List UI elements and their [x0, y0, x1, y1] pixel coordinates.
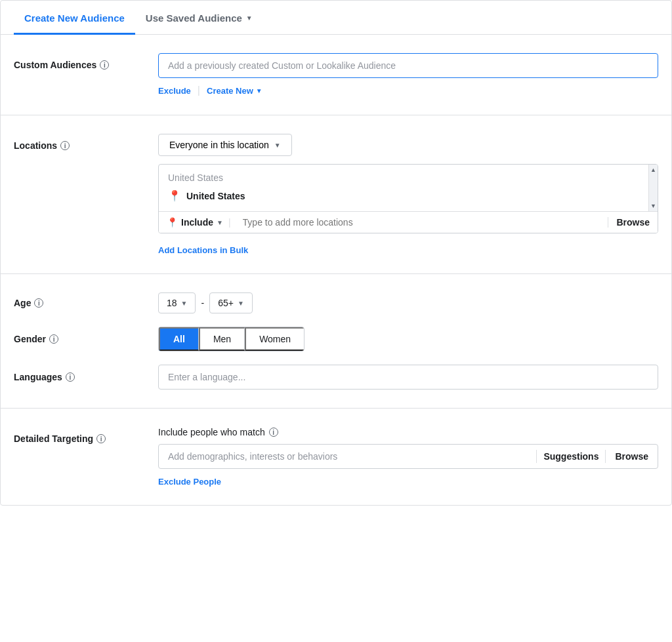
- location-scrollbar: ▲ ▼: [648, 165, 658, 211]
- locations-section: Locations i Everyone in this location ▼ …: [1, 115, 671, 274]
- gender-label: Gender i: [14, 334, 145, 344]
- age-max-select[interactable]: 65+ ▼: [209, 292, 253, 313]
- include-dropdown-icon: ▼: [217, 219, 223, 226]
- location-type-button[interactable]: Everyone in this location ▼: [158, 134, 292, 156]
- languages-info-icon[interactable]: i: [66, 372, 75, 382]
- age-min-select[interactable]: 18 ▼: [158, 292, 196, 313]
- tab-use-saved[interactable]: Use Saved Audience ▼: [135, 1, 263, 35]
- location-include-row: 📍 Include ▼ | Browse: [159, 211, 658, 233]
- languages-row: Languages i: [14, 365, 658, 390]
- create-new-link[interactable]: Create New ▼: [207, 86, 262, 96]
- gender-row: Gender i All Men Women: [14, 327, 658, 351]
- age-max-dropdown-icon: ▼: [238, 300, 244, 307]
- demographics-section: Age i 18 ▼ - 65+ ▼ Gender i: [1, 274, 671, 409]
- custom-audiences-section: Custom Audiences i Exclude | Create New …: [1, 35, 671, 115]
- custom-audiences-info-icon[interactable]: i: [100, 60, 109, 70]
- locations-content: Everyone in this location ▼ 📍 United Sta…: [158, 134, 658, 255]
- targeting-divider-1: [536, 450, 537, 463]
- languages-label: Languages i: [14, 372, 145, 382]
- detailed-targeting-section: Detailed Targeting i Include people who …: [1, 409, 671, 505]
- location-type-dropdown-icon: ▼: [274, 142, 281, 149]
- targeting-input-box: Suggestions Browse: [158, 444, 658, 469]
- location-item-us: 📍 United States: [168, 186, 639, 206]
- gender-men-button[interactable]: Men: [199, 327, 245, 351]
- link-divider: |: [198, 85, 200, 96]
- audience-form: Create New Audience Use Saved Audience ▼…: [0, 0, 672, 506]
- age-row: Age i 18 ▼ - 65+ ▼: [14, 292, 658, 313]
- targeting-browse-button[interactable]: Browse: [615, 451, 648, 462]
- custom-audiences-label: Custom Audiences i: [14, 53, 145, 70]
- include-pin-icon: 📍: [167, 217, 178, 228]
- create-new-dropdown-icon: ▼: [256, 87, 262, 94]
- scroll-up-icon[interactable]: ▲: [650, 167, 656, 173]
- detailed-targeting-label: Detailed Targeting i: [14, 427, 145, 444]
- languages-input-wrapper: [158, 365, 658, 390]
- location-pin-icon: 📍: [168, 190, 181, 202]
- gender-women-button[interactable]: Women: [245, 327, 304, 351]
- languages-input[interactable]: [158, 365, 658, 390]
- tab-create-new[interactable]: Create New Audience: [14, 1, 135, 35]
- exclude-link[interactable]: Exclude: [158, 86, 191, 96]
- include-match-label: Include people who match i: [158, 427, 658, 437]
- suggestions-button[interactable]: Suggestions: [543, 451, 598, 462]
- age-info-icon[interactable]: i: [34, 298, 43, 308]
- detailed-targeting-info-icon[interactable]: i: [96, 434, 106, 443]
- location-entries: 📍 United States: [159, 165, 648, 211]
- targeting-input[interactable]: [168, 451, 530, 462]
- chevron-down-icon: ▼: [246, 14, 253, 22]
- location-item-name: United States: [186, 191, 245, 201]
- gender-buttons: All Men Women: [158, 327, 304, 351]
- location-box: 📍 United States ▲ ▼ 📍 Include: [158, 164, 658, 233]
- gender-all-button[interactable]: All: [159, 327, 199, 351]
- scroll-down-icon[interactable]: ▼: [650, 203, 656, 209]
- location-search-input[interactable]: [168, 170, 639, 186]
- location-browse-button[interactable]: Browse: [608, 217, 650, 228]
- include-button[interactable]: 📍 Include ▼: [167, 217, 223, 228]
- location-add-input[interactable]: [236, 217, 608, 228]
- age-min-dropdown-icon: ▼: [181, 300, 188, 307]
- include-match-info-icon[interactable]: i: [269, 428, 278, 437]
- exclude-people-link[interactable]: Exclude People: [158, 477, 221, 487]
- detailed-targeting-content: Include people who match i Suggestions B…: [158, 427, 658, 487]
- gender-info-icon[interactable]: i: [49, 334, 58, 344]
- custom-audiences-content: Exclude | Create New ▼: [158, 53, 658, 96]
- locations-info-icon[interactable]: i: [60, 141, 70, 150]
- custom-audiences-input[interactable]: [158, 53, 658, 78]
- audience-links: Exclude | Create New ▼: [158, 85, 658, 96]
- age-label: Age i: [14, 298, 145, 308]
- targeting-divider-2: [605, 450, 606, 463]
- add-bulk-link[interactable]: Add Locations in Bulk: [158, 245, 248, 255]
- tab-bar: Create New Audience Use Saved Audience ▼: [1, 1, 671, 35]
- locations-label: Locations i: [14, 134, 145, 151]
- location-list-area: 📍 United States ▲ ▼: [159, 165, 658, 211]
- age-selects: 18 ▼ - 65+ ▼: [158, 292, 253, 313]
- age-range-dash: -: [201, 298, 204, 308]
